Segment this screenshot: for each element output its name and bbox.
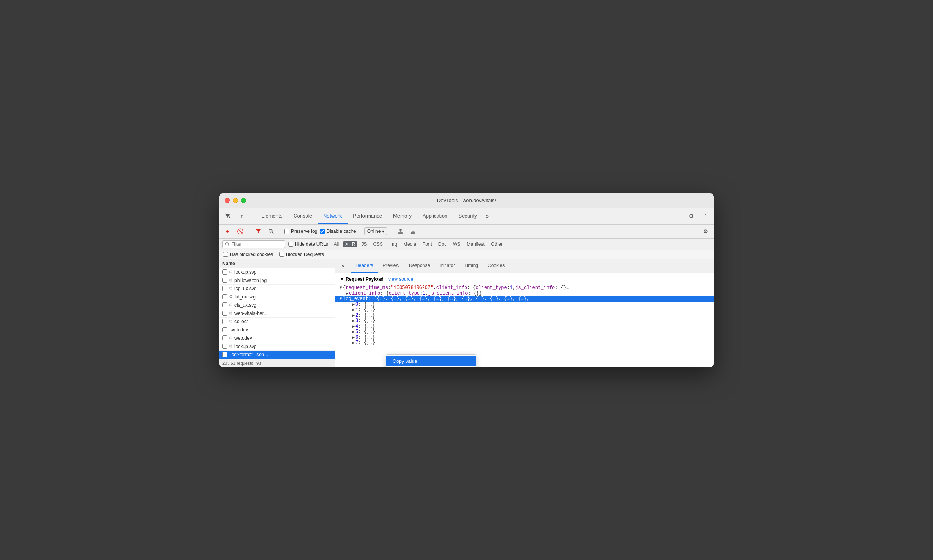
file-checkbox[interactable] <box>222 302 227 307</box>
file-row[interactable]: ⚙ web-vitals-her... <box>219 309 335 318</box>
tab-initiator[interactable]: Initiator <box>435 259 459 273</box>
json-item-2[interactable]: ▶ 2 : {,…} <box>340 313 709 318</box>
detail-content[interactable]: ▼ Request Payload view source ▼ { reques… <box>335 273 714 367</box>
file-checkbox[interactable] <box>222 319 227 324</box>
json-item-6[interactable]: ▶ 6 : {,…} <box>340 335 709 340</box>
json-item-5[interactable]: ▶ 5 : {,…} <box>340 329 709 335</box>
filter-type-css[interactable]: CSS <box>371 241 385 247</box>
tab-memory[interactable]: Memory <box>388 208 417 224</box>
tab-cookies[interactable]: Cookies <box>483 259 509 273</box>
file-row[interactable]: ⚙ web.dev <box>219 334 335 342</box>
file-row-selected[interactable]: log?format=json... <box>219 351 335 359</box>
preserve-log-checkbox[interactable] <box>284 229 289 234</box>
has-blocked-cookies-checkbox[interactable] <box>223 252 228 257</box>
json-item-4[interactable]: ▶ 4 : {,…} <box>340 324 709 329</box>
device-toggle-button[interactable] <box>235 210 246 221</box>
json-log-event-line[interactable]: ▼ log_event: [{…}, {…}, {…}, {…}, {…}, {… <box>335 296 714 302</box>
file-checkbox[interactable] <box>222 327 227 332</box>
tab-headers[interactable]: Headers <box>351 259 378 273</box>
file-row[interactable]: web.dev <box>219 326 335 334</box>
tab-preview[interactable]: Preview <box>378 259 404 273</box>
file-checkbox[interactable] <box>222 269 227 275</box>
file-row[interactable]: ⚙ lcp_ux.svg <box>219 285 335 293</box>
file-row[interactable]: ⚙ collect <box>219 318 335 326</box>
ctx-copy-property-path[interactable]: Copy property path <box>386 366 476 367</box>
detail-close-button[interactable]: × <box>338 261 348 271</box>
expand-icon[interactable]: ▶ <box>352 335 355 340</box>
filter-type-all[interactable]: All <box>331 241 341 247</box>
expand-icon[interactable]: ▶ <box>352 340 355 345</box>
filter-type-xhr[interactable]: XHR <box>343 241 357 247</box>
record-button[interactable]: ● <box>222 226 232 236</box>
inspect-element-button[interactable] <box>222 210 233 221</box>
json-item-7[interactable]: ▶ 7 : {,…} <box>340 340 709 346</box>
search-button[interactable] <box>266 226 276 236</box>
expand-icon[interactable]: ▶ <box>352 302 355 307</box>
filter-type-other[interactable]: Other <box>488 241 505 247</box>
close-button[interactable] <box>225 198 230 203</box>
disable-cache-label[interactable]: Disable cache <box>320 229 356 234</box>
settings-button[interactable]: ⚙ <box>686 210 697 221</box>
expand-icon[interactable]: ▶ <box>352 329 355 334</box>
file-row[interactable]: ⚙ philipwalton.jpg <box>219 276 335 285</box>
network-conditions-button[interactable]: ⚙ <box>701 226 711 236</box>
file-checkbox[interactable] <box>222 294 227 299</box>
has-blocked-cookies-label[interactable]: Has blocked cookies <box>223 252 273 257</box>
blocked-requests-label[interactable]: Blocked Requests <box>279 252 324 257</box>
filter-type-doc[interactable]: Doc <box>436 241 449 247</box>
filter-type-font[interactable]: Font <box>420 241 434 247</box>
filter-type-media[interactable]: Media <box>401 241 419 247</box>
expand-icon[interactable]: ▶ <box>352 318 355 323</box>
disable-cache-checkbox[interactable] <box>320 229 325 234</box>
file-row[interactable]: ⚙ lockup.svg <box>219 342 335 351</box>
filter-type-js[interactable]: JS <box>359 241 369 247</box>
file-checkbox[interactable] <box>222 344 227 349</box>
hide-data-urls-checkbox[interactable] <box>288 242 293 247</box>
tab-application[interactable]: Application <box>417 208 453 224</box>
tab-security[interactable]: Security <box>453 208 483 224</box>
clear-button[interactable]: 🚫 <box>235 226 245 236</box>
tab-performance[interactable]: Performance <box>348 208 388 224</box>
filter-type-ws[interactable]: WS <box>450 241 463 247</box>
blocked-requests-checkbox[interactable] <box>279 252 284 257</box>
expand-icon[interactable]: ▶ <box>352 313 355 318</box>
file-checkbox[interactable] <box>222 335 227 340</box>
file-row[interactable]: ⚙ cls_ux.svg <box>219 301 335 309</box>
more-options-button[interactable]: ⋮ <box>700 210 711 221</box>
file-checkbox[interactable] <box>222 311 227 316</box>
filter-input[interactable] <box>231 242 278 247</box>
file-row[interactable]: ⚙ lockup.svg <box>219 268 335 276</box>
preserve-log-label[interactable]: Preserve log <box>284 229 317 234</box>
throttle-select[interactable]: Online ▾ <box>364 227 388 235</box>
expand-icon[interactable]: ▶ <box>352 307 355 312</box>
minimize-button[interactable] <box>233 198 238 203</box>
tab-timing[interactable]: Timing <box>459 259 483 273</box>
filter-type-manifest[interactable]: Manifest <box>465 241 487 247</box>
tab-network[interactable]: Network <box>318 208 348 224</box>
json-item-3[interactable]: ▶ 3 : {,…} <box>340 318 709 324</box>
view-source-link[interactable]: view source <box>388 276 413 282</box>
tab-elements[interactable]: Elements <box>256 208 288 224</box>
file-checkbox[interactable] <box>222 352 227 357</box>
hide-data-urls-label[interactable]: Hide data URLs <box>288 242 328 247</box>
upload-har-button[interactable] <box>395 226 406 236</box>
file-checkbox[interactable] <box>222 278 227 283</box>
expand-icon[interactable]: ▼ <box>340 296 342 301</box>
more-tabs-button[interactable]: » <box>483 212 492 220</box>
expand-icon[interactable]: ▼ <box>340 285 342 290</box>
download-har-button[interactable] <box>408 226 418 236</box>
expand-icon[interactable]: ▶ <box>346 291 348 296</box>
expand-icon[interactable]: ▶ <box>352 324 355 329</box>
file-row[interactable]: ⚙ fid_ux.svg <box>219 293 335 301</box>
json-item-1[interactable]: ▶ 1 : {,…} <box>340 307 709 313</box>
fullscreen-button[interactable] <box>241 198 246 203</box>
ctx-copy-value[interactable]: Copy value <box>386 356 476 366</box>
json-client-info-line[interactable]: ▶ client_info : { client_type : 1 , js_c… <box>340 291 709 296</box>
json-root-line[interactable]: ▼ { request_time_ms : "1605078406207" , … <box>340 285 709 291</box>
file-checkbox[interactable] <box>222 286 227 291</box>
filter-button[interactable] <box>253 226 263 236</box>
tab-console[interactable]: Console <box>288 208 318 224</box>
filter-type-img[interactable]: Img <box>387 241 399 247</box>
json-item-0[interactable]: ▶ 0 : {,…} <box>340 302 709 307</box>
tab-response[interactable]: Response <box>404 259 435 273</box>
